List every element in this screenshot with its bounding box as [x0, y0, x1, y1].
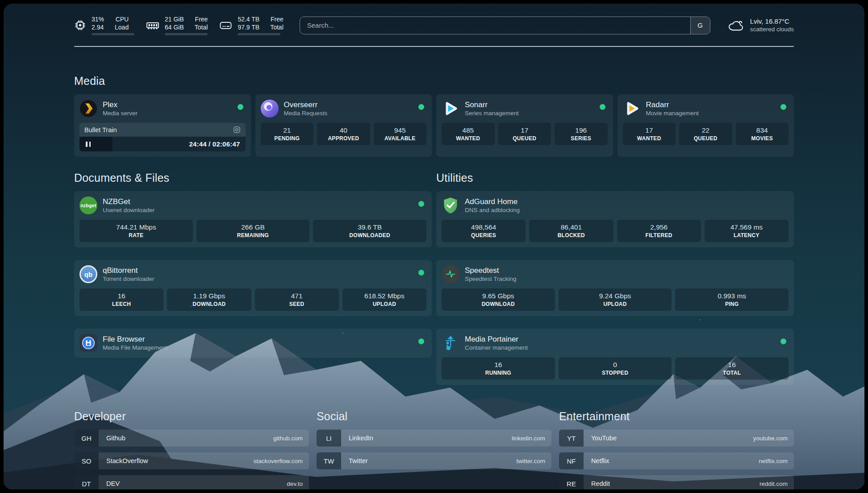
stat-value: 17	[625, 126, 674, 135]
sonarr-title: Sonarr	[465, 100, 519, 109]
speedtest-icon	[442, 265, 459, 283]
stat-block: 196 SERIES	[555, 123, 608, 145]
bookmark-twitter[interactable]: TW Twitter twitter.com	[317, 452, 551, 469]
filebrowser-subtitle: Media File Management	[103, 344, 167, 352]
stat-label: MOVIES	[738, 135, 787, 142]
qbittorrent-link[interactable]: qb qBittorrent Torrent downloader	[79, 265, 426, 284]
bookmark-abbr: YT	[559, 430, 584, 447]
overseerr-status-dot	[418, 104, 424, 110]
speedtest-link[interactable]: Speedtest Speedtest Tracking	[442, 265, 789, 284]
stat-block: 17 WANTED	[623, 123, 676, 145]
plex-title: Plex	[103, 100, 138, 109]
section-title-documents: Documents & Files	[74, 171, 432, 184]
qbittorrent-icon: qb	[79, 265, 97, 283]
nzbget-title: NZBGet	[103, 197, 154, 206]
stat-block: 40 APPROVED	[317, 123, 370, 145]
stat-value: 0.993 ms	[677, 292, 787, 301]
stat-label: WANTED	[443, 135, 493, 142]
stat-label: LATENCY	[706, 232, 787, 238]
disk-label-2: Total	[270, 23, 284, 31]
now-playing-icon	[233, 126, 241, 134]
stat-value: 9.24 Gbps	[560, 292, 670, 301]
portainer-link[interactable]: Media Portainer Container management	[442, 334, 789, 352]
cloud-icon	[727, 19, 744, 32]
memory-value-2: 64 GiB	[165, 23, 184, 31]
stat-label: DOWNLOAD	[443, 301, 553, 307]
portainer-icon	[442, 334, 459, 352]
memory-value-1: 21 GiB	[165, 15, 184, 23]
filebrowser-link[interactable]: File Browser Media File Management	[79, 334, 426, 352]
bookmark-dev[interactable]: DT DEV dev.to	[74, 475, 309, 489]
service-card-qbittorrent: qb qBittorrent Torrent downloader 16	[74, 260, 432, 316]
service-card-overseerr: Overseerr Media Requests 21 PENDING 40 A…	[255, 94, 432, 157]
stat-value: 1.19 Gbps	[169, 292, 249, 301]
bookmark-abbr: LI	[317, 430, 341, 447]
bookmark-netflix[interactable]: NF Netflix netflix.com	[559, 452, 794, 469]
search-input[interactable]	[300, 17, 690, 34]
cpu-progress-track	[92, 33, 134, 35]
weather-widget: Lviv, 16.87°C scattered clouds	[727, 17, 794, 33]
stat-label: RATE	[81, 232, 191, 238]
stat-block: 1.19 Gbps DOWNLOAD	[167, 288, 251, 311]
portainer-status-dot	[780, 338, 786, 344]
stat-block: 16 TOTAL	[675, 357, 789, 380]
disk-widget: 52.4 TB 97.9 TB Free Total	[219, 15, 283, 35]
overseerr-link[interactable]: Overseerr Media Requests	[261, 99, 427, 118]
bookmark-name: LinkedIn	[341, 435, 512, 442]
radarr-title: Radarr	[646, 100, 699, 109]
filebrowser-status-dot	[418, 338, 424, 344]
stat-value: 618.52 Mbps	[344, 292, 425, 301]
bookmark-abbr: NF	[559, 452, 584, 469]
bookmark-url: github.com	[273, 435, 309, 442]
bookmark-name: Reddit	[584, 480, 760, 487]
stat-value: 744.21 Mbps	[81, 223, 191, 232]
stat-label: STOPPED	[560, 370, 670, 376]
stat-value: 266 GB	[198, 223, 308, 232]
stat-block: 945 AVAILABLE	[374, 123, 427, 145]
search-provider-button[interactable]: G	[690, 17, 710, 34]
stat-value: 196	[556, 126, 606, 135]
stat-label: APPROVED	[319, 135, 368, 142]
stat-block: 39.6 TB DOWNLOADED	[313, 220, 426, 242]
overseerr-title: Overseerr	[284, 100, 328, 109]
qbittorrent-title: qBittorrent	[103, 266, 154, 275]
stat-block: 471 SEED	[255, 288, 339, 311]
stat-block: 498,564 QUERIES	[442, 220, 526, 242]
stat-value: 9.65 Gbps	[443, 292, 553, 301]
stat-value: 485	[443, 126, 493, 135]
bookmark-group-title: Entertainment	[559, 410, 794, 423]
stat-value: 834	[738, 126, 787, 135]
disk-progress-track	[238, 33, 280, 35]
sonarr-link[interactable]: Sonarr Series management	[442, 99, 608, 118]
plex-link[interactable]: Plex Media server	[79, 99, 246, 118]
bookmark-url: dev.to	[287, 480, 309, 487]
bookmark-abbr: GH	[74, 430, 99, 447]
portainer-subtitle: Container management	[465, 344, 528, 352]
radarr-link[interactable]: Radarr Movie management	[623, 99, 789, 118]
disk-icon	[219, 20, 232, 31]
stat-block: 0.993 ms PING	[675, 288, 789, 311]
radarr-subtitle: Movie management	[646, 109, 699, 117]
service-card-radarr: Radarr Movie management 17 WANTED 22 QUE…	[618, 94, 794, 157]
pause-button[interactable]	[85, 140, 92, 149]
stat-block: 9.24 Gbps UPLOAD	[559, 288, 672, 311]
bookmark-name: DEV	[99, 480, 287, 487]
bookmark-youtube[interactable]: YT YouTube youtube.com	[559, 430, 794, 447]
memory-label-2: Total	[195, 23, 208, 31]
bookmark-github[interactable]: GH Github github.com	[74, 430, 309, 447]
bookmark-reddit[interactable]: RE Reddit reddit.com	[559, 475, 794, 489]
stat-label: AVAILABLE	[376, 135, 425, 142]
bookmark-stackoverflow[interactable]: SO StackOverflow stackoverflow.com	[74, 452, 309, 469]
stat-value: 0	[560, 360, 670, 369]
stat-label: FILTERED	[619, 232, 699, 238]
overseerr-icon	[261, 100, 279, 117]
cpu-value-1: 31%	[92, 15, 104, 23]
portainer-title: Media Portainer	[465, 334, 528, 344]
stat-value: 471	[257, 292, 337, 301]
nzbget-link[interactable]: nzbget NZBGet Usenet downloader	[79, 196, 426, 215]
bookmark-linkedin[interactable]: LI LinkedIn linkedin.com	[317, 430, 551, 447]
memory-icon	[146, 20, 159, 31]
adguard-link[interactable]: AdGuard Home DNS and adblocking	[442, 196, 789, 215]
bookmark-name: Github	[99, 435, 273, 442]
service-card-portainer: Media Portainer Container management 16 …	[436, 329, 794, 385]
